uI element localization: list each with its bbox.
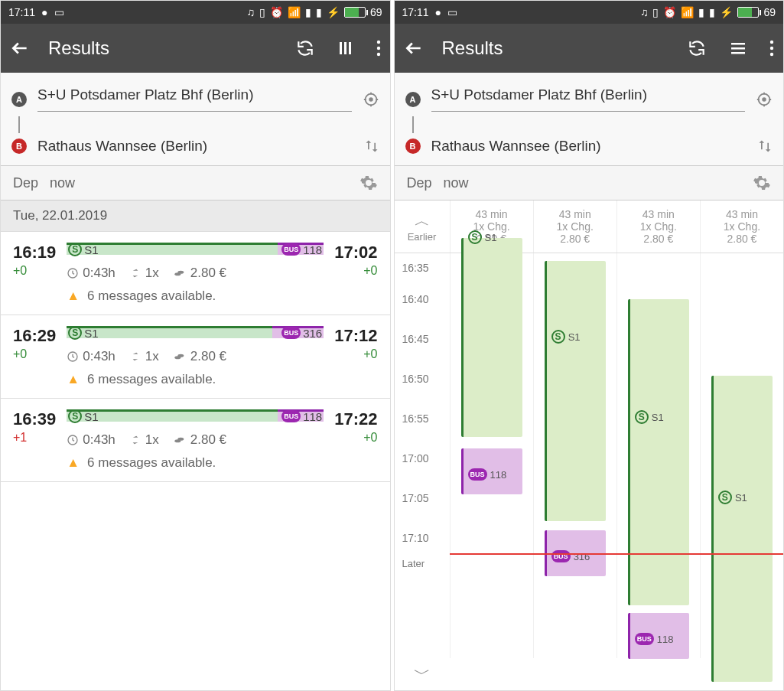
swap-icon[interactable]: [364, 139, 379, 154]
chevron-down-icon[interactable]: ﹀: [395, 658, 450, 690]
battery-icon: [344, 7, 366, 18]
arr-time: 17:22: [334, 409, 377, 429]
summary-chg: 1x Chg.: [537, 220, 613, 233]
overflow-menu[interactable]: [769, 39, 774, 57]
bus-icon: BUS: [468, 468, 487, 481]
line-label: S1: [485, 232, 497, 243]
vibrate-icon: ▯: [259, 6, 265, 18]
timeline-trip-header[interactable]: 43 min 1x Chg. 2.80 €: [533, 200, 616, 253]
chat-icon: ●: [41, 6, 47, 18]
bus-icon: BUS: [551, 550, 571, 562]
signal-icon: ▮: [305, 6, 311, 18]
svg-point-10: [177, 271, 184, 274]
page-title: Results: [442, 37, 503, 59]
chevron-up-icon[interactable]: ︿: [415, 210, 430, 231]
bus-icon: BUS: [635, 633, 654, 645]
sbahn-icon: S: [468, 230, 482, 244]
duration: 0:43h: [83, 266, 115, 281]
settings-icon[interactable]: [753, 174, 771, 192]
page-title: Results: [48, 37, 109, 59]
dep-value: now: [50, 175, 75, 191]
bus-icon: BUS: [281, 243, 301, 256]
transfer-icon: [129, 267, 142, 279]
trip-row[interactable]: 16:19 +0 SS1 BUS118 0:43h 1x 2.80 € ▲ 6 …: [1, 232, 390, 315]
from-station[interactable]: S+U Potsdamer Platz Bhf (Berlin): [37, 86, 352, 112]
settings-icon[interactable]: [359, 174, 378, 192]
svg-rect-17: [731, 43, 745, 45]
refresh-button[interactable]: [687, 38, 707, 58]
wifi-icon: 📶: [288, 6, 301, 18]
trip-row[interactable]: 16:39 +1 SS1 BUS118 0:43h 1x 2.80 € ▲ 6 …: [1, 399, 390, 482]
to-station[interactable]: Rathaus Wannsee (Berlin): [37, 138, 353, 155]
timeline-lane[interactable]: SS1 BUS118: [616, 253, 700, 658]
messages-text: 6 messages available.: [87, 288, 216, 304]
sbahn-icon: S: [68, 243, 82, 256]
timeline-view: ︿ Earlier 43 min 1x Chg. 2.80 € 43 min 1…: [395, 200, 784, 690]
app-bar: Results: [395, 24, 784, 73]
svg-rect-2: [349, 42, 351, 54]
view-toggle-button[interactable]: [728, 39, 748, 57]
time-label: 16:55: [395, 399, 450, 438]
price: 2.80 €: [190, 349, 226, 364]
svg-point-20: [770, 41, 773, 44]
changes: 1x: [145, 349, 159, 364]
bus-segment: BUS118: [628, 613, 689, 659]
sbahn-icon: S: [718, 491, 732, 504]
line-label: S1: [568, 331, 581, 343]
headphones-icon: ♫: [246, 6, 255, 18]
svg-point-24: [763, 98, 766, 101]
price: 2.80 €: [190, 432, 226, 448]
warning-icon: ▲: [67, 288, 80, 304]
svg-point-22: [770, 53, 773, 56]
dep-time: 16:29: [13, 326, 56, 346]
timeline-lane[interactable]: SS1 BUS316: [533, 253, 616, 658]
departure-row[interactable]: Dep now: [395, 166, 784, 200]
timeline-trip-header[interactable]: 43 min 1x Chg. 2.80 €: [700, 200, 783, 253]
locate-icon[interactable]: [363, 91, 379, 108]
marker-a-icon: A: [405, 92, 421, 107]
later-label[interactable]: Later: [395, 558, 450, 569]
bus-segment: BUS118: [461, 448, 522, 494]
app-bar: Results: [1, 24, 390, 73]
summary-price: 2.80 €: [537, 233, 613, 245]
timeline-trip-header[interactable]: 43 min 1x Chg. 2.80 €: [616, 200, 700, 253]
svg-point-7: [369, 98, 372, 101]
arr-delay: +0: [334, 431, 377, 445]
departure-row[interactable]: Dep now: [1, 166, 390, 200]
svg-point-4: [376, 47, 379, 50]
timeline-lane[interactable]: SS1 BUS118: [450, 253, 533, 658]
time-label: 17:00: [395, 438, 450, 478]
locate-icon[interactable]: [756, 91, 773, 108]
date-header: Tue, 22.01.2019: [1, 200, 390, 232]
messages-text: 6 messages available.: [87, 455, 216, 471]
back-button[interactable]: [10, 38, 30, 58]
dep-delay: +1: [13, 431, 56, 445]
svg-rect-18: [731, 47, 745, 50]
refresh-button[interactable]: [295, 38, 315, 58]
timeline-header: ︿ Earlier 43 min 1x Chg. 2.80 € 43 min 1…: [395, 200, 784, 253]
timeline-body[interactable]: 16:35 16:40 16:45 16:50 16:55 17:00 17:0…: [395, 253, 784, 658]
marker-b-icon: B: [405, 139, 421, 154]
time-label: 16:35: [395, 256, 450, 279]
to-station[interactable]: Rathaus Wannsee (Berlin): [431, 138, 747, 155]
view-toggle-button[interactable]: [337, 39, 355, 57]
trip-row[interactable]: 16:29 +0 SS1 BUS316 0:43h 1x 2.80 € ▲ 6 …: [1, 315, 390, 399]
earlier-label[interactable]: Earlier: [408, 231, 437, 243]
svg-point-3: [376, 41, 379, 44]
from-station[interactable]: S+U Potsdamer Platz Bhf (Berlin): [431, 86, 746, 112]
svg-rect-0: [340, 42, 342, 54]
summary-chg: 1x Chg.: [704, 220, 780, 233]
svg-point-13: [177, 354, 184, 357]
route-panel: A S+U Potsdamer Platz Bhf (Berlin) B Rat…: [395, 73, 784, 166]
coins-icon: [173, 434, 187, 446]
summary-dur: 43 min: [620, 208, 697, 220]
line-s: S1: [84, 243, 98, 256]
route-panel: A S+U Potsdamer Platz Bhf (Berlin) B Rat…: [1, 73, 390, 166]
dep-delay: +0: [13, 264, 56, 278]
timeline-lane[interactable]: SS1: [700, 253, 783, 658]
messages-text: 6 messages available.: [87, 372, 216, 387]
swap-icon[interactable]: [757, 139, 773, 154]
battery-text: 69: [763, 6, 776, 18]
overflow-menu[interactable]: [376, 39, 381, 57]
back-button[interactable]: [404, 38, 424, 58]
